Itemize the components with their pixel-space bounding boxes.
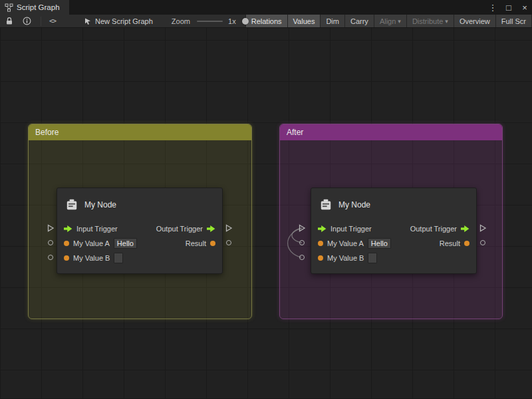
tab-script-graph[interactable]: Script Graph bbox=[0, 0, 69, 15]
trigger-arrow-icon bbox=[318, 225, 327, 232]
distribute-button[interactable]: Distribute ▾ bbox=[407, 15, 454, 28]
value-a-label: My Value A bbox=[73, 239, 110, 247]
chevron-down-icon: ▾ bbox=[445, 18, 448, 25]
group-before-header[interactable]: Before bbox=[29, 124, 251, 140]
window-maximize-button[interactable]: □ bbox=[504, 3, 513, 13]
script-graph-icon bbox=[5, 1, 13, 14]
value-port-icon bbox=[64, 241, 69, 246]
value-b-input[interactable] bbox=[114, 253, 123, 263]
fullscreen-button-label: Full Scr bbox=[501, 17, 526, 25]
external-input-trigger-port[interactable] bbox=[298, 224, 306, 232]
carry-button-label: Carry bbox=[350, 17, 368, 25]
trigger-arrow-icon bbox=[64, 225, 72, 232]
value-port-icon bbox=[210, 241, 215, 246]
toolbar-divider bbox=[41, 17, 41, 26]
external-value-a-port[interactable] bbox=[299, 240, 305, 245]
node-header[interactable]: My Node bbox=[311, 188, 476, 221]
value-a-port[interactable]: My Value A Hello bbox=[318, 238, 391, 249]
zoom-label: Zoom bbox=[172, 17, 190, 25]
output-trigger-port[interactable]: Output Trigger bbox=[156, 225, 215, 233]
group-after-header[interactable]: After bbox=[280, 124, 502, 140]
graph-name-label[interactable]: New Script Graph bbox=[95, 17, 153, 25]
window-menu-button[interactable]: ⋮ bbox=[488, 3, 497, 13]
node-title: My Node bbox=[338, 200, 370, 209]
dim-button[interactable]: Dim bbox=[321, 15, 345, 28]
values-button[interactable]: Values bbox=[288, 15, 321, 28]
tab-title: Script Graph bbox=[17, 3, 60, 11]
value-a-label: My Value A bbox=[327, 239, 364, 247]
node-my-node-after[interactable]: My Node Input Trigger Output Trigger My … bbox=[311, 188, 477, 274]
trigger-arrow-icon bbox=[461, 225, 469, 232]
input-trigger-label: Input Trigger bbox=[331, 225, 372, 233]
result-port[interactable]: Result bbox=[440, 239, 469, 247]
zoom-slider-track[interactable] bbox=[197, 21, 223, 22]
output-trigger-port[interactable]: Output Trigger bbox=[410, 225, 469, 233]
external-result-port[interactable] bbox=[480, 240, 485, 245]
align-button-label: Align bbox=[380, 17, 396, 25]
node-title: My Node bbox=[84, 200, 116, 209]
value-b-label: My Value B bbox=[73, 254, 110, 262]
values-button-label: Values bbox=[293, 17, 315, 25]
output-trigger-label: Output Trigger bbox=[156, 225, 203, 233]
trigger-arrow-icon bbox=[207, 225, 215, 232]
code-icon[interactable]: <> bbox=[49, 15, 56, 28]
zoom-value: 1x bbox=[228, 17, 236, 25]
value-port-icon bbox=[464, 241, 469, 246]
zoom-slider[interactable] bbox=[197, 15, 223, 28]
relations-button[interactable]: Relations bbox=[245, 15, 288, 28]
value-port-icon bbox=[64, 255, 69, 261]
external-output-trigger-port[interactable] bbox=[225, 224, 233, 232]
unit-icon bbox=[319, 198, 332, 211]
external-result-port[interactable] bbox=[226, 240, 231, 245]
overview-button[interactable]: Overview bbox=[454, 15, 496, 28]
unit-icon bbox=[65, 198, 78, 211]
result-label: Result bbox=[440, 239, 460, 247]
node-my-node-before[interactable]: My Node Input Trigger Output Trigger My … bbox=[57, 188, 223, 274]
value-b-port[interactable]: My Value B bbox=[64, 253, 123, 263]
node-header[interactable]: My Node bbox=[57, 188, 222, 221]
group-before-title: Before bbox=[35, 128, 59, 137]
input-trigger-port[interactable]: Input Trigger bbox=[318, 225, 372, 233]
dim-button-label: Dim bbox=[326, 17, 339, 25]
value-b-port[interactable]: My Value B bbox=[318, 253, 377, 263]
output-trigger-label: Output Trigger bbox=[410, 225, 457, 233]
lock-icon[interactable] bbox=[5, 15, 13, 28]
external-value-a-port[interactable] bbox=[48, 240, 53, 245]
value-a-input[interactable]: Hello bbox=[114, 238, 137, 249]
graph-pointer-icon bbox=[84, 15, 92, 28]
external-output-trigger-port[interactable] bbox=[479, 224, 487, 232]
value-port-icon bbox=[318, 255, 323, 261]
overview-button-label: Overview bbox=[460, 17, 490, 25]
fullscreen-button[interactable]: Full Scr bbox=[496, 15, 532, 28]
result-port[interactable]: Result bbox=[186, 239, 215, 247]
window-close-button[interactable]: × bbox=[520, 3, 529, 13]
value-a-input[interactable]: Hello bbox=[368, 238, 391, 249]
group-after-title: After bbox=[287, 128, 303, 137]
value-b-input[interactable] bbox=[368, 253, 377, 263]
chevron-down-icon: ▾ bbox=[398, 18, 401, 25]
relations-button-label: Relations bbox=[251, 17, 282, 25]
value-b-label: My Value B bbox=[327, 254, 364, 262]
toolbar-button-group: Relations Values Dim Carry Align ▾ Distr… bbox=[245, 15, 532, 28]
distribute-button-label: Distribute bbox=[412, 17, 443, 25]
external-value-b-port[interactable] bbox=[48, 255, 53, 260]
value-port-icon bbox=[318, 241, 323, 246]
input-trigger-label: Input Trigger bbox=[76, 225, 118, 233]
result-label: Result bbox=[186, 239, 206, 247]
carry-button[interactable]: Carry bbox=[345, 15, 374, 28]
input-trigger-port[interactable]: Input Trigger bbox=[64, 225, 118, 233]
graph-canvas[interactable]: Before After My Node bbox=[0, 28, 532, 398]
tab-bar: Script Graph ⋮ □ × bbox=[0, 0, 532, 15]
zoom-slider-knob[interactable] bbox=[242, 18, 249, 25]
external-input-trigger-port[interactable] bbox=[47, 224, 55, 232]
external-value-b-port[interactable] bbox=[299, 255, 305, 260]
align-button[interactable]: Align ▾ bbox=[374, 15, 407, 28]
graph-toolbar: <> New Script Graph Zoom 1x Relations Va… bbox=[0, 15, 532, 28]
info-icon[interactable] bbox=[23, 15, 31, 28]
value-a-port[interactable]: My Value A Hello bbox=[64, 238, 137, 249]
